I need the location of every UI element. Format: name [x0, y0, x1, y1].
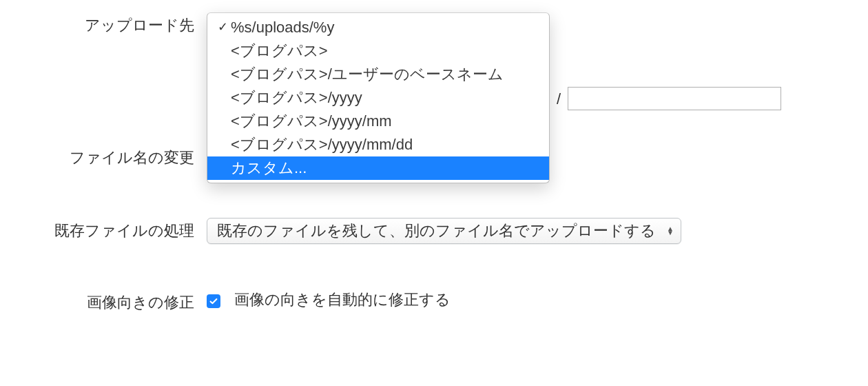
- upload-path-suffix-input[interactable]: [568, 87, 781, 110]
- upload-dest-option-label: <ブログパス>/yyyy/mm: [231, 110, 537, 133]
- auto-orientation-checkbox-label: 画像の向きを自動的に修正する: [234, 290, 451, 310]
- existing-file-label: 既存ファイルの処理: [0, 218, 207, 241]
- updown-caret-icon: ▲▼: [663, 227, 674, 235]
- checkmark-icon: [209, 296, 218, 306]
- auto-orientation-checkbox[interactable]: [207, 294, 220, 308]
- checkmark-icon: ✓: [214, 18, 231, 37]
- upload-dest-option[interactable]: <ブログパス>: [207, 39, 549, 63]
- upload-dest-option-label: <ブログパス>/ユーザーのベースネーム: [231, 63, 537, 86]
- upload-dest-option-label: %s/uploads/%y: [231, 16, 537, 39]
- upload-dest-option[interactable]: <ブログパス>/yyyy: [207, 86, 549, 110]
- upload-dest-option-label: <ブログパス>: [231, 39, 537, 63]
- upload-dest-option-label: <ブログパス>/yyyy: [231, 86, 537, 110]
- upload-dest-option[interactable]: <ブログパス>/yyyy/mm: [207, 110, 549, 133]
- upload-dest-option[interactable]: ✓%s/uploads/%y: [207, 16, 549, 39]
- upload-dest-option[interactable]: <ブログパス>/ユーザーのベースネーム: [207, 63, 549, 86]
- rename-file-label: ファイル名の変更: [0, 145, 207, 168]
- image-orientation-label: 画像向きの修正: [0, 290, 207, 313]
- existing-file-select[interactable]: 既存のファイルを残して、別のファイル名でアップロードする ▲▼: [207, 218, 681, 244]
- upload-dest-label: アップロード先: [0, 12, 207, 36]
- existing-file-select-value: 既存のファイルを残して、別のファイル名でアップロードする: [217, 221, 656, 241]
- path-separator: /: [557, 88, 561, 108]
